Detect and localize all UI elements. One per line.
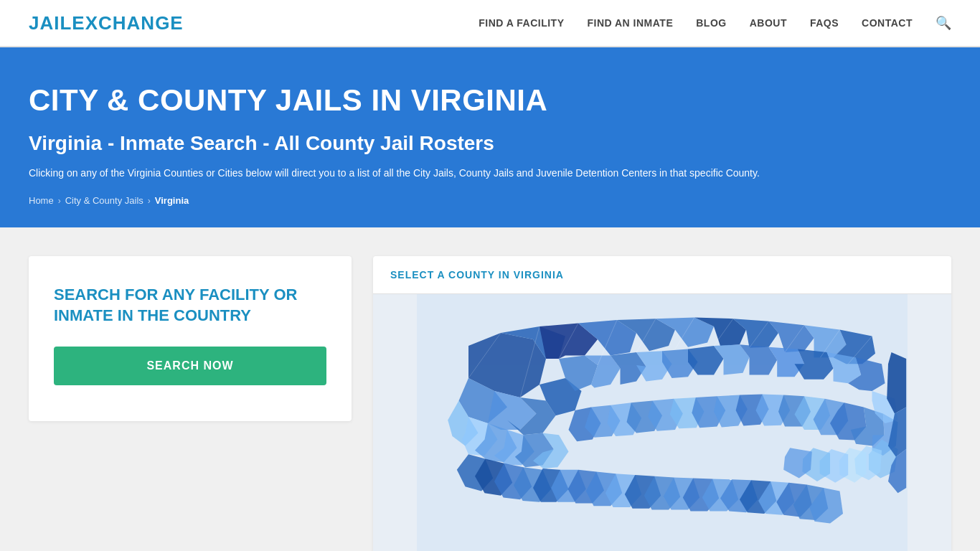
breadcrumb-chevron-2: › — [148, 196, 151, 206]
county-select-title: SELECT A COUNTY IN VIRGINIA — [390, 269, 934, 281]
logo-text-black: JAIL — [29, 12, 72, 34]
county-select-header: SELECT A COUNTY IN VIRGINIA — [373, 256, 951, 294]
main-content: SEARCH FOR ANY FACILITY OR INMATE IN THE… — [0, 227, 980, 551]
site-logo[interactable]: JAILEXCHANGE — [29, 12, 184, 34]
left-panel: SEARCH FOR ANY FACILITY OR INMATE IN THE… — [29, 256, 373, 551]
breadcrumb-home[interactable]: Home — [29, 195, 54, 206]
page-title: CITY & COUNTY JAILS IN VIRGINIA — [29, 83, 951, 118]
nav-contact[interactable]: CONTACT — [862, 17, 913, 29]
right-panel: SELECT A COUNTY IN VIRGINIA — [373, 256, 951, 551]
logo-text-blue: EXCHANGE — [72, 12, 183, 34]
nav-about[interactable]: ABOUT — [750, 17, 787, 29]
breadcrumb: Home › City & County Jails › Virginia — [29, 195, 951, 206]
search-card-heading: SEARCH FOR ANY FACILITY OR INMATE IN THE… — [54, 285, 326, 326]
nav-blog[interactable]: BLOG — [696, 17, 726, 29]
site-header: JAILEXCHANGE FIND A FACILITY FIND AN INM… — [0, 0, 980, 47]
virginia-map-svg — [373, 294, 951, 551]
page-subtitle: Virginia - Inmate Search - All County Ja… — [29, 132, 951, 155]
search-card: SEARCH FOR ANY FACILITY OR INMATE IN THE… — [29, 256, 352, 420]
breadcrumb-parent[interactable]: City & County Jails — [65, 195, 143, 206]
main-nav: FIND A FACILITY FIND AN INMATE BLOG ABOU… — [479, 15, 951, 31]
hero-banner: CITY & COUNTY JAILS IN VIRGINIA Virginia… — [0, 47, 980, 227]
breadcrumb-chevron-1: › — [58, 196, 61, 206]
nav-find-inmate[interactable]: FIND AN INMATE — [587, 17, 673, 29]
nav-find-facility[interactable]: FIND A FACILITY — [479, 17, 564, 29]
breadcrumb-current: Virginia — [155, 195, 189, 206]
virginia-map-container[interactable] — [373, 294, 951, 551]
search-icon[interactable]: 🔍 — [936, 15, 951, 31]
search-now-button[interactable]: SEARCH NOW — [54, 347, 326, 385]
nav-faqs[interactable]: FAQs — [810, 17, 839, 29]
hero-description: Clicking on any of the Virginia Counties… — [29, 165, 818, 181]
